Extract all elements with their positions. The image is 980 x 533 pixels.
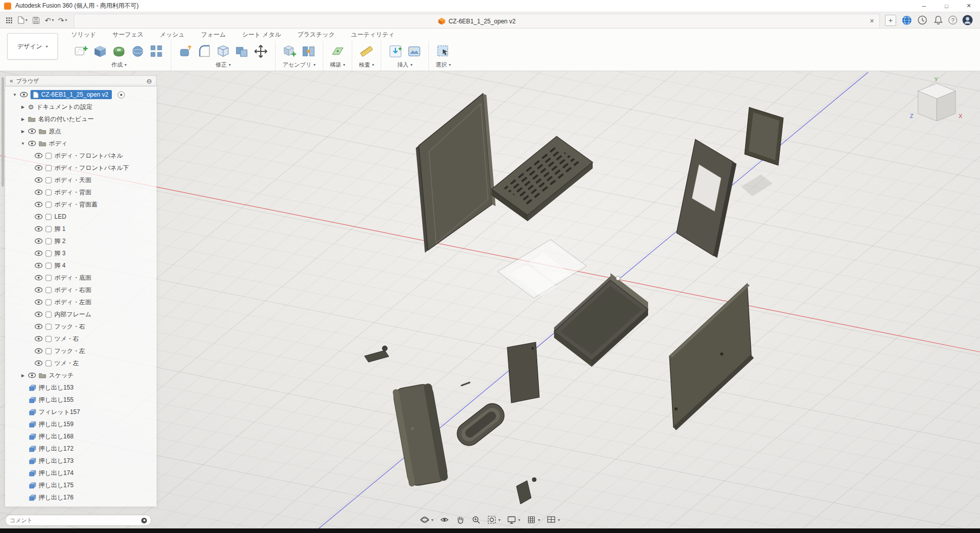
browser-body-item[interactable]: 脚 1 [5, 223, 157, 235]
close-button[interactable]: ✕ [958, 0, 980, 12]
visibility-eye-icon[interactable] [35, 238, 43, 244]
visibility-eye-icon[interactable] [28, 140, 36, 146]
job-status-button[interactable] [917, 15, 928, 25]
browser-body-item[interactable]: ボディ・右面 [5, 284, 157, 296]
visibility-eye-icon[interactable] [35, 336, 43, 342]
expand-arrow-icon[interactable]: ▼ [20, 141, 25, 146]
redo-button[interactable]: ↷ ▾ [56, 14, 69, 26]
expand-arrow-icon[interactable]: ▶ [20, 117, 25, 122]
online-status-button[interactable] [901, 15, 912, 25]
axis-label-z[interactable]: Z [910, 113, 913, 119]
ribbon-tab[interactable]: サーフェス [111, 31, 144, 41]
create-sketch-button[interactable] [73, 43, 89, 60]
browser-item-named-views[interactable]: ▶ 名前の付いたビュー [5, 113, 157, 125]
comment-input[interactable] [10, 517, 141, 523]
user-avatar[interactable] [962, 15, 973, 25]
display-settings-button[interactable]: ▾ [507, 515, 520, 524]
visibility-eye-icon[interactable] [35, 323, 43, 330]
group-label-modify[interactable]: 修正▾ [216, 61, 231, 69]
visibility-eye-icon[interactable] [35, 177, 43, 183]
insert-derive-button[interactable] [387, 43, 404, 60]
minimize-button[interactable]: ─ [913, 0, 935, 12]
comment-submit-icon[interactable] [141, 518, 147, 523]
view-cube-model[interactable] [918, 83, 956, 121]
help-button[interactable]: ? [948, 16, 957, 24]
browser-root-item[interactable]: ▼ CZ-6EB1_1_25_open v2 [5, 88, 157, 101]
browser-feature-item[interactable]: 押し出し159 [5, 418, 157, 430]
visibility-eye-icon[interactable] [20, 92, 28, 98]
activate-component-radio[interactable] [117, 91, 125, 99]
visibility-eye-icon[interactable] [35, 275, 43, 281]
insert-canvas-button[interactable] [406, 43, 422, 60]
move-copy-button[interactable] [253, 43, 269, 60]
visibility-eye-icon[interactable] [35, 226, 43, 232]
axis-label-x[interactable]: X [959, 113, 963, 119]
browser-feature-item[interactable]: 押し出し168 [5, 430, 157, 442]
notifications-button[interactable] [933, 15, 943, 25]
ribbon-tab[interactable]: シート メタル [241, 31, 282, 41]
fillet-button[interactable] [196, 43, 212, 60]
new-component-button[interactable] [282, 43, 298, 60]
ribbon-tab[interactable]: メッシュ [159, 31, 186, 41]
browser-body-item[interactable]: ボディ・フロントパネル下 [5, 162, 157, 174]
group-label-select[interactable]: 選択▾ [436, 61, 451, 69]
browser-body-item[interactable]: ボディ・底面 [5, 272, 157, 284]
browser-body-item[interactable]: フック・左 [5, 345, 157, 357]
browser-body-item[interactable]: ボディ・背面蓋 [5, 198, 157, 211]
browser-feature-item[interactable]: 押し出し153 [5, 381, 157, 394]
browser-feature-item[interactable]: 押し出し173 [5, 455, 157, 467]
visibility-eye-icon[interactable] [35, 250, 43, 256]
browser-body-item[interactable]: ボディ・天面 [5, 174, 157, 186]
ribbon-tab[interactable]: フォーム [200, 31, 227, 41]
group-label-create[interactable]: 作成▾ [111, 61, 127, 69]
visibility-eye-icon[interactable] [35, 214, 43, 220]
browser-body-item[interactable]: 脚 3 [5, 247, 157, 259]
shell-button[interactable] [215, 43, 231, 60]
browser-body-item[interactable]: ツメ・左 [5, 357, 157, 369]
browser-body-item[interactable]: ボディ・左面 [5, 296, 157, 308]
browser-body-item[interactable]: ツメ・右 [5, 333, 157, 345]
browser-body-item[interactable]: ボディ・背面 [5, 186, 157, 198]
zoom-button[interactable] [471, 515, 480, 524]
group-label-insert[interactable]: 挿入▾ [397, 61, 412, 69]
ribbon-tab[interactable]: プラスチック [296, 31, 336, 41]
browser-body-item[interactable]: ボディ・フロントパネル [5, 150, 157, 162]
ribbon-tab[interactable]: ソリッド [70, 31, 97, 41]
measure-button[interactable] [358, 43, 375, 60]
file-menu-button[interactable]: ▾ [16, 14, 29, 26]
browser-feature-item[interactable]: フィレット157 [5, 406, 157, 418]
fit-button[interactable]: ▾ [487, 515, 500, 524]
new-document-tab-button[interactable]: + [885, 15, 896, 26]
joint-button[interactable] [300, 43, 317, 60]
browser-body-item[interactable]: 脚 4 [5, 259, 157, 272]
browser-body-item[interactable]: フック・右 [5, 320, 157, 333]
expand-arrow-icon[interactable]: ▶ [20, 129, 25, 134]
pattern-button[interactable] [148, 43, 165, 60]
browser-body-item[interactable]: 脚 2 [5, 235, 157, 247]
document-tab-close-icon[interactable]: ✕ [870, 18, 874, 24]
visibility-eye-icon[interactable] [35, 299, 43, 305]
visibility-eye-icon[interactable] [35, 348, 43, 354]
browser-scrollbar[interactable] [2, 77, 4, 187]
viewports-button[interactable]: ▾ [547, 515, 560, 524]
save-button[interactable] [30, 14, 42, 26]
browser-body-item[interactable]: 内部フレーム [5, 308, 157, 320]
create-box-button[interactable] [92, 43, 108, 60]
browser-item-origin[interactable]: ▶ 原点 [5, 125, 157, 137]
orbit-button[interactable]: ▾ [420, 515, 433, 524]
visibility-eye-icon[interactable] [35, 360, 43, 366]
browser-feature-item[interactable]: 押し出し175 [5, 479, 157, 491]
browser-item-document-settings[interactable]: ▶ ⚙ ドキュメントの設定 [5, 101, 157, 113]
browser-feature-item[interactable]: 押し出し172 [5, 442, 157, 455]
look-at-button[interactable] [440, 515, 449, 524]
axis-label-y[interactable]: Y [934, 76, 938, 82]
sphere-button[interactable] [130, 43, 146, 60]
visibility-eye-icon[interactable] [35, 165, 43, 171]
visibility-eye-icon[interactable] [35, 153, 43, 159]
undo-button[interactable]: ↶ ▾ [43, 14, 55, 26]
group-label-assembly[interactable]: アセンブリ▾ [283, 61, 315, 69]
press-pull-button[interactable] [177, 43, 194, 60]
browser-item-bodies[interactable]: ▼ ボディ [5, 137, 157, 150]
origin-point[interactable] [616, 276, 620, 280]
browser-hide-icon[interactable]: ⊖ [146, 77, 152, 85]
